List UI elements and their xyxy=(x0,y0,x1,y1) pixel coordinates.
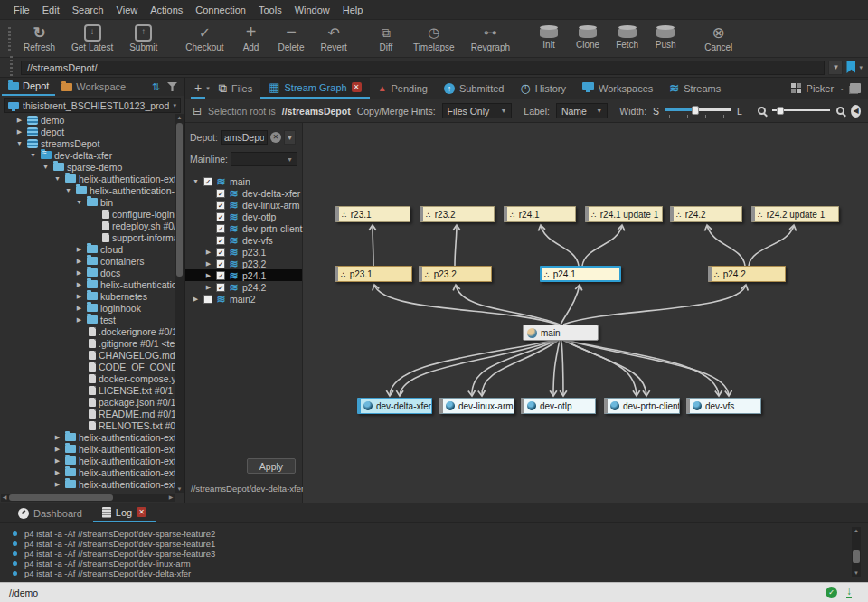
detach-window-icon[interactable] xyxy=(850,83,861,93)
scrollbar-handle[interactable] xyxy=(9,494,113,501)
node-width-slider[interactable] xyxy=(665,104,731,118)
tree-row[interactable]: RELNOTES.txt #0/1 <te xyxy=(0,419,175,431)
log-entry[interactable]: p4 istat -a -Af //streamsDepot/dev-spars… xyxy=(13,549,868,559)
bookmark-icon[interactable] xyxy=(846,61,855,73)
tree-row[interactable]: helix-authentication-extension xyxy=(0,466,175,478)
expand-arrow-icon[interactable] xyxy=(74,293,84,300)
expand-arrow-icon[interactable] xyxy=(191,296,201,303)
expand-arrow-icon[interactable] xyxy=(74,269,84,277)
toolbar-button[interactable]: Refresh xyxy=(15,24,63,54)
expand-arrow-icon[interactable] xyxy=(74,316,84,324)
zoom-slider[interactable] xyxy=(772,104,830,118)
scroll-down-icon[interactable]: ▼ xyxy=(852,569,861,577)
tree-row[interactable]: CHANGELOG.md #0/1 xyxy=(0,349,175,361)
stream-checkbox[interactable] xyxy=(216,201,225,210)
tree-row[interactable]: helix-authentication-extension xyxy=(0,478,175,490)
menu-item[interactable]: Window xyxy=(288,5,336,15)
scroll-left-icon[interactable]: ◀ xyxy=(1,494,8,502)
tree-row[interactable]: package.json #0/1 <tex xyxy=(0,396,175,408)
tree-row[interactable]: .dockerignore #0/1 <te xyxy=(0,325,175,337)
tree-row[interactable]: helix-authentication-extension xyxy=(0,173,175,184)
toolbar-button[interactable]: Push xyxy=(646,25,684,52)
clear-icon[interactable]: ✕ xyxy=(270,132,281,143)
scrollbar-handle[interactable] xyxy=(176,123,183,277)
stream-checkbox[interactable] xyxy=(216,212,225,221)
menu-item[interactable]: File xyxy=(7,5,36,15)
bookmark-chevron-icon[interactable]: ▾ xyxy=(859,64,863,71)
toolbar-button[interactable]: Cancel xyxy=(696,24,741,54)
log-entry[interactable]: p4 istat -a -Af //streamsDepot/dev-spars… xyxy=(13,529,868,539)
tree-row[interactable]: redeploy.sh #0/1 <t xyxy=(0,220,175,231)
stream-filter-row[interactable]: main2 xyxy=(185,293,302,305)
expand-arrow-icon[interactable] xyxy=(63,187,73,193)
address-dropdown-button[interactable]: ▼ xyxy=(828,61,843,75)
tree-row[interactable]: depot xyxy=(0,126,175,137)
toolbar-button[interactable]: Diff xyxy=(367,24,405,54)
expand-arrow-icon[interactable] xyxy=(203,272,213,279)
main-stream-node[interactable]: main xyxy=(523,325,599,341)
stream-graph-canvas[interactable]: r23.1 r23.2 r24.1 xyxy=(303,123,868,503)
expand-arrow-icon[interactable] xyxy=(52,446,62,453)
stream-node[interactable]: p23.2 xyxy=(419,266,492,282)
menu-item[interactable]: Search xyxy=(66,5,110,15)
view-tab[interactable]: Submitted xyxy=(436,78,513,99)
scroll-down-icon[interactable]: ▼ xyxy=(175,485,184,493)
stream-filter-row[interactable]: dev-delta-xfer xyxy=(185,187,302,199)
stream-node[interactable]: dev-prtn-client xyxy=(604,398,680,414)
zoom-out-icon[interactable] xyxy=(758,107,766,115)
address-bar-grip[interactable] xyxy=(10,56,13,80)
view-tab[interactable]: Workspaces xyxy=(574,78,661,99)
tree-row[interactable]: LICENSE.txt #0/1 <text xyxy=(0,384,175,396)
log-vertical-scrollbar[interactable]: ▲ ▼ xyxy=(852,527,861,577)
stream-filter-row[interactable]: dev-vfs xyxy=(185,234,302,246)
stream-filter-row[interactable]: dev-prtn-client xyxy=(185,222,302,234)
address-input[interactable] xyxy=(21,61,825,75)
tab-log[interactable]: Log xyxy=(93,503,156,522)
menu-item[interactable]: Help xyxy=(336,5,370,15)
expand-arrow-icon[interactable] xyxy=(74,281,84,288)
slider-handle[interactable] xyxy=(692,106,699,115)
menu-item[interactable]: Edit xyxy=(36,5,66,15)
stream-checkbox[interactable] xyxy=(216,283,225,292)
zoom-in-icon[interactable] xyxy=(836,107,844,115)
stream-checkbox[interactable] xyxy=(216,224,225,233)
expand-arrow-icon[interactable] xyxy=(52,457,62,465)
expand-arrow-icon[interactable] xyxy=(74,199,84,205)
stream-checkbox[interactable] xyxy=(216,271,225,280)
stream-checkbox[interactable] xyxy=(216,248,225,257)
stream-node[interactable]: r24.2 xyxy=(670,206,742,222)
tree-row[interactable]: configure-login-ho xyxy=(0,208,175,220)
toolbar-button[interactable]: Checkout xyxy=(177,24,231,54)
menu-item[interactable]: Connection xyxy=(189,5,252,15)
toolbar-button[interactable]: Timelapse xyxy=(405,24,463,54)
scroll-right-icon[interactable]: ▶ xyxy=(167,494,175,502)
add-tab-chevron-icon[interactable]: ▾ xyxy=(206,85,210,92)
tab-depot[interactable]: Depot xyxy=(2,78,55,96)
tree-row[interactable]: helix-authentication-extension xyxy=(0,431,175,443)
toolbar-button[interactable]: Fetch xyxy=(608,25,646,52)
tree-row[interactable]: docker-compose.yml # xyxy=(0,372,175,384)
stream-node[interactable]: dev-vfs xyxy=(686,398,761,414)
log-entry[interactable]: p4 istat -a -Af //streamsDepot/dev-delta… xyxy=(13,569,868,578)
tree-row[interactable]: .gitignore #0/1 <text> xyxy=(0,337,175,349)
toolbar-grip[interactable] xyxy=(8,27,11,51)
tree-row[interactable]: dev-delta-xfer xyxy=(0,149,175,161)
picker-control[interactable]: Picker ⌄ xyxy=(791,83,863,94)
expand-arrow-icon[interactable] xyxy=(52,175,62,182)
stream-filter-row[interactable]: dev-otlp xyxy=(185,211,302,222)
stream-node[interactable]: r23.1 xyxy=(335,206,410,222)
depot-filter-input[interactable] xyxy=(221,130,268,145)
menu-item[interactable]: Actions xyxy=(144,5,189,15)
stream-filter-row[interactable]: dev-linux-arm xyxy=(185,199,302,211)
stream-node[interactable]: p24.1 xyxy=(540,266,621,282)
stream-node[interactable]: r24.2 update 1 xyxy=(751,206,839,222)
log-entry[interactable]: p4 istat -a -Af //streamsDepot/dev-spars… xyxy=(13,539,868,549)
tab-dashboard[interactable]: Dashboard xyxy=(9,503,91,522)
menu-item[interactable]: View xyxy=(110,5,145,15)
slider-handle[interactable] xyxy=(777,107,784,115)
expand-arrow-icon[interactable] xyxy=(52,481,62,488)
mainline-select[interactable]: ▼ xyxy=(231,152,297,166)
toolbar-button[interactable]: Revert xyxy=(312,24,354,54)
stream-node[interactable]: r24.1 update 1 xyxy=(585,206,663,222)
stream-filter-row[interactable]: p24.2 xyxy=(185,281,302,293)
